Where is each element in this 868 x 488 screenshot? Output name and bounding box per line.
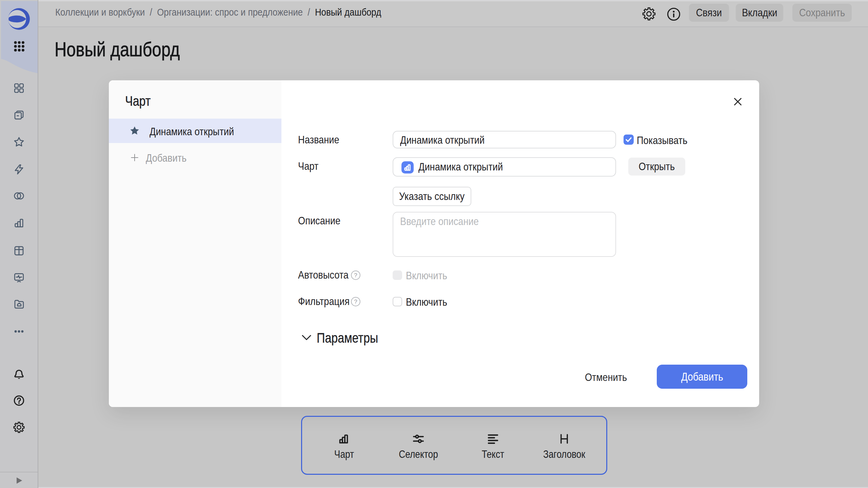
svg-text:?: ? [354,299,357,305]
svg-text:?: ? [354,272,357,279]
